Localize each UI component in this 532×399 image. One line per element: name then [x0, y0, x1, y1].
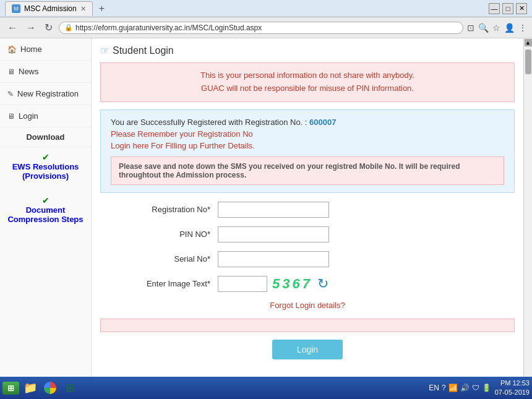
speaker-icon: 🔊: [460, 384, 470, 392]
browser-tab[interactable]: M MSC Admission ✕: [5, 1, 93, 15]
student-login-title: ☞ Student Login: [100, 45, 515, 56]
sms-notice: Please save and note down the SMS you re…: [111, 157, 504, 185]
sidebar-item-news[interactable]: 🖥 News: [0, 61, 91, 83]
captcha-group: 5367 ↻: [218, 276, 328, 292]
pin-no-input[interactable]: [218, 226, 329, 242]
excel-icon: ⊞: [66, 381, 75, 395]
start-icon: ⊞: [7, 384, 14, 393]
login-button[interactable]: Login: [272, 340, 343, 359]
login-btn-row: Login: [100, 340, 515, 359]
tab-close-button[interactable]: ✕: [80, 5, 86, 13]
file-manager-icon: 📁: [24, 381, 37, 395]
start-button[interactable]: ⊞: [2, 382, 19, 395]
window-controls: — □ ✕: [489, 3, 527, 14]
battery-icon: 🔋: [482, 384, 491, 392]
forgot-link-row: Forgot Login details?: [100, 301, 515, 310]
clock-time: PM 12:53: [495, 379, 530, 388]
captcha-input[interactable]: [218, 276, 267, 292]
login-icon: 🖥: [7, 112, 15, 121]
taskbar-clock: PM 12:53 07-05-2019: [495, 379, 530, 398]
chrome-icon: [44, 382, 56, 394]
login-instructions: Login here For Filling up Further Detail…: [111, 141, 504, 150]
lang-indicator[interactable]: EN: [429, 384, 439, 392]
success-box: You are Successfully Registered with Reg…: [100, 109, 515, 193]
title-bar: M MSC Admission ✕ + — □ ✕: [0, 0, 532, 17]
address-bar[interactable]: 🔒: [59, 22, 463, 34]
captcha-row: Enter Image Text* 5367 ↻: [100, 276, 515, 292]
main-layout: 🏠 Home 🖥 News ✎ New Registration 🖥 Login…: [0, 38, 532, 377]
success-reg-prefix: You are Successfully Registered with Reg…: [111, 118, 309, 127]
taskbar-excel[interactable]: ⊞: [61, 379, 79, 397]
tab-title: MSC Admission: [24, 4, 77, 13]
captcha-value: 5367: [272, 276, 312, 292]
serial-no-row: Serial No*: [100, 251, 515, 267]
antivirus-icon: 🛡: [472, 384, 479, 392]
lock-icon: 🔒: [64, 24, 73, 32]
help-icon: ?: [442, 384, 446, 392]
doc-compression-label: Document Compression Steps: [7, 205, 83, 224]
image-text-label: Enter Image Text*: [119, 279, 218, 288]
remember-line: Please Remember your Registration No: [111, 129, 504, 139]
sidebar-ews-item[interactable]: ✔ EWS Resolutions (Provisions): [0, 147, 91, 186]
ews-label: EWS Resolutions (Provisions): [12, 162, 79, 181]
content-area: ☞ Student Login This is your personal in…: [92, 38, 523, 377]
sidebar-doc-compression-item[interactable]: ✔ Document Compression Steps: [0, 191, 91, 229]
news-icon: 🖥: [7, 67, 15, 76]
reload-button[interactable]: ↻: [42, 20, 55, 35]
reg-number: 600007: [309, 118, 336, 127]
minimize-button[interactable]: —: [489, 3, 500, 14]
captcha-refresh-icon[interactable]: ↻: [317, 276, 328, 292]
pin-no-label: PIN NO*: [119, 230, 218, 239]
sidebar-item-login[interactable]: 🖥 Login: [0, 105, 91, 127]
sidebar-item-home[interactable]: 🏠 Home: [0, 38, 91, 61]
reg-no-label: Registration No*: [119, 205, 218, 214]
maximize-button[interactable]: □: [502, 3, 513, 14]
download-label: Download: [26, 132, 64, 142]
sidebar-news-label: News: [19, 67, 39, 76]
edit-icon: ✎: [7, 90, 14, 98]
network-icon: 📶: [448, 384, 458, 392]
serial-no-label: Serial No*: [119, 254, 218, 264]
menu-icon[interactable]: ⋮: [518, 23, 527, 33]
doc-check-icon: ✔: [7, 195, 84, 205]
login-form: Registration No* PIN NO* Serial No* Ente…: [100, 202, 515, 359]
tab-favicon: M: [12, 4, 20, 13]
back-button[interactable]: ←: [5, 21, 20, 35]
sidebar: 🏠 Home 🖥 News ✎ New Registration 🖥 Login…: [0, 38, 92, 377]
taskbar-file-manager[interactable]: 📁: [22, 379, 39, 397]
reg-no-row: Registration No*: [100, 202, 515, 218]
forgot-link[interactable]: Forgot Login details?: [270, 301, 345, 310]
right-scrollbar[interactable]: ▲: [523, 38, 532, 377]
warning-line1: This is your personal information do not…: [111, 69, 504, 82]
clock-date: 07-05-2019: [495, 388, 530, 397]
hand-icon: ☞: [100, 45, 109, 56]
sidebar-home-label: Home: [20, 45, 42, 54]
forward-button[interactable]: →: [24, 21, 38, 35]
warning-line2: GUAC will not be responsible for misuse …: [111, 82, 504, 95]
nav-icons: ⊡ 🔍 ☆ 👤 ⋮: [467, 23, 527, 33]
serial-no-input[interactable]: [218, 251, 329, 267]
bookmark-icon[interactable]: ☆: [492, 23, 500, 33]
sidebar-login-label: Login: [19, 111, 38, 121]
home-icon: 🏠: [7, 45, 17, 54]
taskbar: ⊞ 📁 ⊞ EN ? 📶 🔊 🛡 🔋 PM 12:53 07-05-2019: [0, 377, 532, 399]
profile-icon[interactable]: 👤: [504, 23, 515, 33]
search-icon[interactable]: 🔍: [478, 23, 489, 33]
sidebar-item-new-registration[interactable]: ✎ New Registration: [0, 83, 91, 105]
sidebar-new-reg-label: New Registration: [17, 89, 79, 98]
browser-content: 🏠 Home 🖥 News ✎ New Registration 🖥 Login…: [0, 38, 532, 377]
reg-no-input[interactable]: [218, 202, 329, 218]
pink-strip: [100, 319, 515, 332]
sidebar-download-section[interactable]: Download: [0, 127, 91, 147]
url-input[interactable]: [75, 24, 458, 32]
close-button[interactable]: ✕: [516, 3, 527, 14]
cast-icon[interactable]: ⊡: [467, 23, 474, 33]
nav-bar: ← → ↻ 🔒 ⊡ 🔍 ☆ 👤 ⋮: [0, 17, 532, 38]
taskbar-chrome[interactable]: [41, 379, 59, 397]
pin-no-row: PIN NO*: [100, 226, 515, 242]
sys-tray: EN ? 📶 🔊 🛡 🔋: [429, 384, 491, 392]
success-reg-line: You are Successfully Registered with Reg…: [111, 118, 504, 127]
warning-box: This is your personal information do not…: [100, 62, 515, 102]
new-tab-button[interactable]: +: [95, 3, 108, 14]
taskbar-right: EN ? 📶 🔊 🛡 🔋 PM 12:53 07-05-2019: [429, 379, 530, 398]
